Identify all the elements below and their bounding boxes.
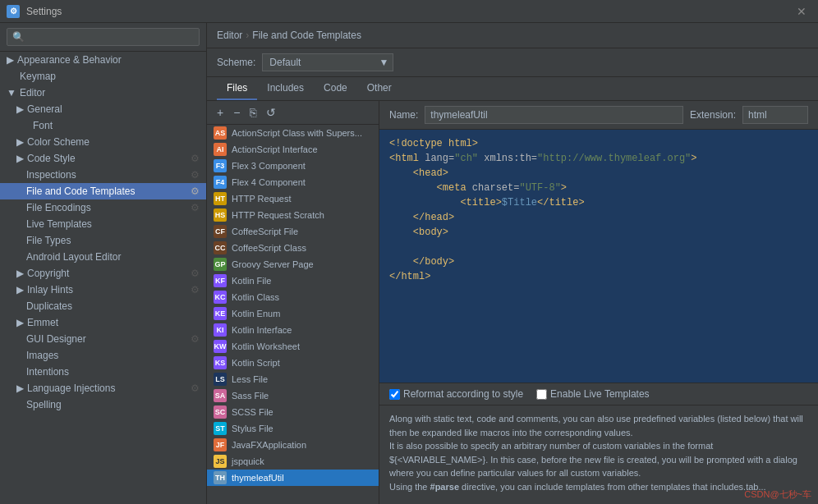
list-item[interactable]: SC SCSS File <box>207 404 379 420</box>
sidebar-item-live-templates[interactable]: Live Templates <box>0 216 206 232</box>
sidebar-item-intentions[interactable]: Intentions <box>0 364 206 380</box>
file-icon: HS <box>214 208 227 222</box>
sidebar-item-android-layout-editor[interactable]: Android Layout Editor <box>0 249 206 265</box>
list-item[interactable]: LS Less File <box>207 371 379 387</box>
sidebar-item-code-style[interactable]: ▶ Code Style ⚙ <box>0 150 206 167</box>
options-row: Reformat according to style Enable Live … <box>379 383 818 405</box>
file-icon: KC <box>214 291 227 304</box>
code-editor[interactable]: <!doctype html> <html lang="ch" xmlns:th… <box>379 130 818 383</box>
main-container: ▶ Appearance & Behavior Keymap ▼ Editor … <box>0 23 818 504</box>
tab-includes[interactable]: Includes <box>257 77 314 100</box>
sidebar-item-font[interactable]: Font <box>0 117 206 134</box>
code-line: </head> <box>389 210 808 225</box>
sidebar-item-appearance[interactable]: ▶ Appearance & Behavior <box>0 52 206 68</box>
file-list-panel: + − ⎘ ↺ AS ActionScript Class with Super… <box>207 101 379 504</box>
search-input[interactable] <box>7 28 200 46</box>
copy-template-button[interactable]: ⎘ <box>246 104 260 121</box>
extension-input[interactable] <box>742 106 808 124</box>
file-icon: GP <box>214 258 227 271</box>
sidebar-item-copyright[interactable]: ▶ Copyright ⚙ <box>0 265 206 282</box>
sidebar-item-label: Color Scheme <box>27 136 90 148</box>
tab-files[interactable]: Files <box>217 77 257 100</box>
sidebar-item-label: Editor <box>20 87 45 99</box>
list-item[interactable]: HT HTTP Request <box>207 190 379 207</box>
remove-template-button[interactable]: − <box>230 104 243 121</box>
list-item[interactable]: KF Kotlin File <box>207 273 379 289</box>
expand-arrow: ▶ <box>16 284 24 296</box>
list-item[interactable]: KI Kotlin Interface <box>207 322 379 338</box>
file-icon: KW <box>214 340 227 353</box>
settings-icon: ⚙ <box>191 186 200 197</box>
reformat-label[interactable]: Reformat according to style <box>403 388 523 400</box>
scheme-select[interactable]: Default Project <box>262 53 393 71</box>
sidebar-item-label: Images <box>26 350 58 361</box>
expand-arrow: ▶ <box>16 136 24 148</box>
list-item[interactable]: F3 Flex 3 Component <box>207 158 379 174</box>
expand-arrow: ▶ <box>16 268 24 279</box>
sidebar-item-keymap[interactable]: Keymap <box>0 68 206 85</box>
file-icon: CF <box>214 225 227 238</box>
close-button[interactable]: ✕ <box>792 3 811 20</box>
list-item[interactable]: KS Kotlin Script <box>207 355 379 371</box>
sidebar-item-file-and-code-templates[interactable]: File and Code Templates ⚙ <box>0 183 206 199</box>
sidebar-item-file-types[interactable]: File Types <box>0 232 206 249</box>
settings-icon: ⚙ <box>191 202 200 213</box>
sidebar-item-label: Duplicates <box>26 300 72 312</box>
live-templates-label[interactable]: Enable Live Templates <box>550 388 650 400</box>
file-icon: HT <box>214 192 227 205</box>
add-template-button[interactable]: + <box>214 104 227 121</box>
list-item[interactable]: JS jspquick <box>207 453 379 470</box>
sidebar-item-emmet[interactable]: ▶ Emmet <box>0 314 206 331</box>
list-item[interactable]: GP Groovy Server Page <box>207 256 379 273</box>
list-item[interactable]: KW Kotlin Worksheet <box>207 338 379 355</box>
sidebar-item-general[interactable]: ▶ General <box>0 101 206 117</box>
live-templates-checkbox[interactable] <box>536 389 547 400</box>
list-item-thymeleaf[interactable]: TH thymeleafUtil <box>207 470 379 486</box>
list-item[interactable]: F4 Flex 4 Component <box>207 174 379 190</box>
list-item[interactable]: AI ActionScript Interface <box>207 141 379 158</box>
code-line: <head> <box>389 166 808 181</box>
sidebar-item-images[interactable]: Images <box>0 347 206 364</box>
file-icon: F4 <box>214 176 227 189</box>
list-item[interactable]: AS ActionScript Class with Supers... <box>207 125 379 141</box>
list-item[interactable]: HS HTTP Request Scratch <box>207 207 379 223</box>
split-area: + − ⎘ ↺ AS ActionScript Class with Super… <box>207 101 818 504</box>
list-item[interactable]: SA Sass File <box>207 387 379 404</box>
sidebar-item-label: Spelling <box>26 399 62 410</box>
sidebar-item-inspections[interactable]: Inspections ⚙ <box>0 167 206 183</box>
settings-icon: ⚙ <box>191 169 200 181</box>
thymeleafutil-label: thymeleafUtil <box>232 473 284 483</box>
sidebar-item-gui-designer[interactable]: GUI Designer ⚙ <box>0 331 206 347</box>
list-item[interactable]: KC Kotlin Class <box>207 289 379 305</box>
sidebar-item-language-injections[interactable]: ▶ Language Injections ⚙ <box>0 380 206 396</box>
file-icon: KE <box>214 307 227 320</box>
tab-code[interactable]: Code <box>314 77 357 100</box>
sidebar-item-duplicates[interactable]: Duplicates <box>0 298 206 314</box>
file-icon: CC <box>214 241 227 254</box>
sidebar-item-inlay-hints[interactable]: ▶ Inlay Hints ⚙ <box>0 282 206 298</box>
list-item[interactable]: CF CoffeeScript File <box>207 223 379 240</box>
reset-template-button[interactable]: ↺ <box>263 104 279 121</box>
file-icon: AS <box>214 126 227 140</box>
list-item[interactable]: ST Stylus File <box>207 420 379 437</box>
reformat-checkbox[interactable] <box>389 389 400 400</box>
expand-arrow: ▶ <box>7 54 14 66</box>
list-item[interactable]: JF JavaFXApplication <box>207 437 379 453</box>
list-item[interactable]: KE Kotlin Enum <box>207 305 379 322</box>
live-templates-checkbox-row: Enable Live Templates <box>536 388 650 400</box>
code-line: <meta charset="UTF-8"> <box>389 181 808 195</box>
tab-other[interactable]: Other <box>357 77 402 100</box>
file-icon: AI <box>214 143 227 156</box>
file-icon: F3 <box>214 159 227 172</box>
sidebar-item-label: Live Templates <box>26 218 92 230</box>
sidebar-item-file-encodings[interactable]: File Encodings ⚙ <box>0 199 206 216</box>
name-input[interactable] <box>425 106 683 124</box>
sidebar-item-editor[interactable]: ▼ Editor <box>0 85 206 101</box>
sidebar-item-color-scheme[interactable]: ▶ Color Scheme <box>0 134 206 150</box>
template-editor: Name: Extension: <!doctype html> <html l… <box>379 101 818 504</box>
sidebar-item-label: File Encodings <box>26 202 91 213</box>
sidebar-item-spelling[interactable]: Spelling <box>0 396 206 413</box>
sidebar-item-label: Code Style <box>27 153 76 164</box>
list-item[interactable]: CC CoffeeScript Class <box>207 240 379 256</box>
search-box[interactable] <box>0 23 206 52</box>
